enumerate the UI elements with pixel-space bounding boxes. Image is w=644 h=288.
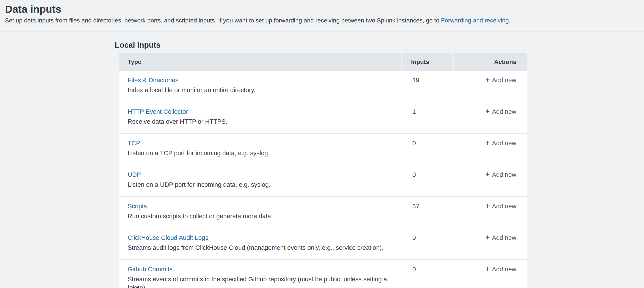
type-cell: Github Commits Streams events of commits… [119,260,402,288]
input-type-description: Streams events of commits in the specifi… [128,275,398,288]
input-type-link[interactable]: UDP [128,171,141,179]
input-type-description: Run custom scripts to collect or generat… [128,212,398,220]
plus-icon: + [485,76,490,84]
table-row: Scripts Run custom scripts to collect or… [119,197,527,228]
actions-cell: +Add new [454,71,527,102]
table-body: Files & Directories Index a local file o… [119,71,527,288]
add-new-label: Add new [492,233,516,242]
inputs-count-cell: 37 [402,197,454,228]
table-row: ClickHouse Cloud Audit Logs Streams audi… [119,228,527,260]
plus-icon: + [485,171,490,178]
page-header: Data inputs Set up data inputs from file… [0,0,644,32]
add-new-button[interactable]: +Add new [485,107,516,116]
table-row: Files & Directories Index a local file o… [119,71,527,102]
actions-cell: +Add new [454,102,527,133]
add-new-button[interactable]: +Add new [485,139,516,147]
inputs-count-cell: 19 [402,71,454,102]
column-header-inputs: Inputs [402,53,452,71]
local-inputs-table: Type Inputs Actions Files & Directories … [119,53,527,288]
add-new-label: Add new [492,202,516,210]
plus-icon: + [485,202,490,210]
actions-cell: +Add new [454,260,527,288]
plus-icon: + [485,234,490,241]
add-new-label: Add new [492,265,516,273]
input-type-link[interactable]: ClickHouse Cloud Audit Logs [128,234,208,241]
input-type-link[interactable]: Github Commits [128,265,172,273]
table-header-row: Type Inputs Actions [119,53,527,71]
main-content: Local inputs Type Inputs Actions Files &… [0,32,644,288]
table-row: HTTP Event Collector Receive data over H… [119,102,527,134]
table-row: Github Commits Streams events of commits… [119,260,527,288]
add-new-button[interactable]: +Add new [485,76,516,84]
type-cell: TCP Listen on a TCP port for incoming da… [119,134,402,165]
inputs-count-cell: 0 [402,228,454,259]
input-type-description: Listen on a UDP port for incoming data, … [128,180,398,189]
table-row: TCP Listen on a TCP port for incoming da… [119,134,527,165]
inputs-count-cell: 1 [402,102,454,133]
page-subtitle: Set up data inputs from files and direct… [5,17,635,24]
actions-cell: +Add new [454,165,527,196]
actions-cell: +Add new [454,197,527,228]
type-cell: Files & Directories Index a local file o… [119,71,402,102]
page-subtitle-period: . [509,17,510,24]
input-type-link[interactable]: Files & Directories [128,76,178,84]
add-new-button[interactable]: +Add new [485,233,516,242]
section-title: Local inputs [115,32,644,50]
type-cell: ClickHouse Cloud Audit Logs Streams audi… [119,228,402,259]
add-new-label: Add new [492,170,516,179]
add-new-label: Add new [492,76,516,84]
type-cell: HTTP Event Collector Receive data over H… [119,102,402,133]
inputs-count-cell: 0 [402,134,454,165]
inputs-count-cell: 0 [402,260,454,288]
input-type-link[interactable]: TCP [128,139,140,147]
forwarding-and-receiving-link[interactable]: Forwarding and receiving [441,17,509,24]
inputs-count-cell: 0 [402,165,454,196]
input-type-description: Index a local file or monitor an entire … [128,86,398,94]
add-new-label: Add new [492,139,516,147]
add-new-button[interactable]: +Add new [485,265,516,273]
plus-icon: + [485,108,490,115]
add-new-label: Add new [492,107,516,116]
plus-icon: + [485,139,490,147]
actions-cell: +Add new [454,134,527,165]
plus-icon: + [485,265,490,273]
type-cell: UDP Listen on a UDP port for incoming da… [119,165,402,196]
table-row: UDP Listen on a UDP port for incoming da… [119,165,527,197]
add-new-button[interactable]: +Add new [485,170,516,179]
input-type-link[interactable]: HTTP Event Collector [128,108,188,116]
input-type-description: Listen on a TCP port for incoming data, … [128,149,398,157]
add-new-button[interactable]: +Add new [485,202,516,210]
page-title: Data inputs [5,3,635,16]
input-type-description: Streams audit logs from ClickHouse Cloud… [128,243,398,252]
type-cell: Scripts Run custom scripts to collect or… [119,197,402,228]
input-type-link[interactable]: Scripts [128,202,147,210]
actions-cell: +Add new [454,228,527,259]
column-header-type: Type [119,53,401,71]
column-header-actions: Actions [454,53,527,71]
page-subtitle-text: Set up data inputs from files and direct… [5,17,441,24]
input-type-description: Receive data over HTTP or HTTPS. [128,117,398,126]
